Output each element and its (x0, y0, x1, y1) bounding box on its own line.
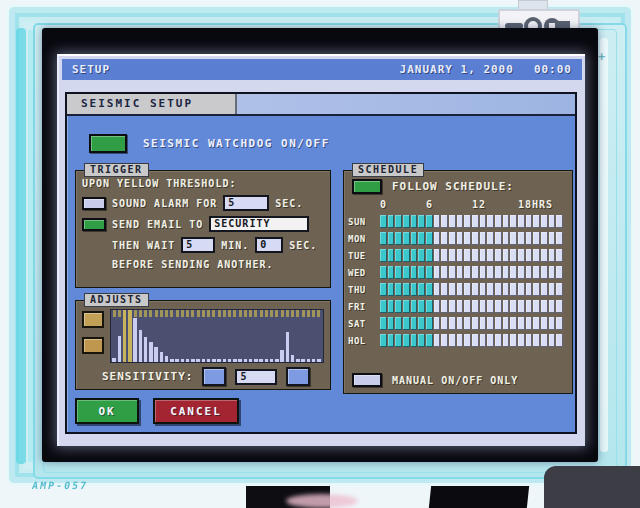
schedule-cell[interactable] (518, 300, 525, 313)
schedule-cell[interactable] (526, 317, 533, 330)
schedule-cell[interactable] (526, 249, 533, 262)
schedule-cell[interactable] (411, 300, 418, 313)
schedule-cell[interactable] (549, 283, 556, 296)
schedule-cell[interactable] (541, 215, 548, 228)
schedule-cell[interactable] (418, 215, 425, 228)
schedule-cell[interactable] (556, 215, 563, 228)
schedule-cell[interactable] (441, 232, 448, 245)
schedule-cell[interactable] (556, 232, 563, 245)
schedule-cell[interactable] (533, 317, 540, 330)
sensitivity-value-field[interactable]: 5 (235, 369, 277, 385)
schedule-cell[interactable] (487, 317, 494, 330)
schedule-cell[interactable] (434, 215, 441, 228)
schedule-cell[interactable] (380, 317, 387, 330)
schedule-cell[interactable] (411, 317, 418, 330)
schedule-cell[interactable] (518, 215, 525, 228)
sensitivity-decrease-button[interactable] (202, 367, 226, 386)
schedule-cell[interactable] (464, 300, 471, 313)
schedule-cell[interactable] (518, 232, 525, 245)
schedule-cell[interactable] (472, 283, 479, 296)
schedule-cell[interactable] (510, 317, 517, 330)
watchdog-checkbox[interactable] (89, 134, 127, 153)
schedule-cell[interactable] (495, 215, 502, 228)
schedule-cell[interactable] (434, 317, 441, 330)
schedule-cell[interactable] (426, 232, 433, 245)
schedule-cell[interactable] (449, 300, 456, 313)
schedule-cell[interactable] (441, 249, 448, 262)
schedule-cell[interactable] (549, 232, 556, 245)
schedule-cell[interactable] (495, 334, 502, 347)
schedule-cell[interactable] (388, 232, 395, 245)
schedule-cell[interactable] (480, 232, 487, 245)
schedule-cell[interactable] (411, 283, 418, 296)
tab-seismic-setup[interactable]: SEISMIC SETUP (67, 94, 237, 114)
schedule-cell[interactable] (472, 215, 479, 228)
schedule-cell[interactable] (418, 300, 425, 313)
schedule-cell[interactable] (510, 334, 517, 347)
schedule-cell[interactable] (526, 232, 533, 245)
schedule-cell[interactable] (441, 266, 448, 279)
schedule-cell[interactable] (457, 334, 464, 347)
schedule-cell[interactable] (533, 283, 540, 296)
schedule-cell[interactable] (434, 232, 441, 245)
schedule-cell[interactable] (518, 334, 525, 347)
schedule-cell[interactable] (388, 266, 395, 279)
schedule-cell[interactable] (434, 266, 441, 279)
schedule-cell[interactable] (449, 317, 456, 330)
schedule-cell[interactable] (449, 232, 456, 245)
schedule-cell[interactable] (464, 266, 471, 279)
schedule-cell[interactable] (380, 232, 387, 245)
schedule-cell[interactable] (403, 283, 410, 296)
schedule-cell[interactable] (495, 317, 502, 330)
schedule-cell[interactable] (533, 300, 540, 313)
schedule-cell[interactable] (472, 249, 479, 262)
schedule-cell[interactable] (388, 317, 395, 330)
schedule-cell[interactable] (457, 266, 464, 279)
schedule-cell[interactable] (541, 249, 548, 262)
schedule-cell[interactable] (411, 215, 418, 228)
schedule-cell[interactable] (549, 317, 556, 330)
schedule-cell[interactable] (549, 215, 556, 228)
schedule-cell[interactable] (395, 317, 402, 330)
alarm-seconds-field[interactable]: 5 (223, 195, 269, 211)
schedule-cell[interactable] (457, 283, 464, 296)
schedule-cell[interactable] (380, 300, 387, 313)
schedule-cell[interactable] (533, 215, 540, 228)
schedule-cell[interactable] (441, 215, 448, 228)
schedule-cell[interactable] (541, 300, 548, 313)
schedule-cell[interactable] (388, 215, 395, 228)
schedule-cell[interactable] (449, 334, 456, 347)
sound-alarm-checkbox[interactable] (82, 197, 106, 210)
manual-only-checkbox[interactable] (352, 373, 382, 387)
schedule-cell[interactable] (411, 334, 418, 347)
schedule-cell[interactable] (418, 249, 425, 262)
schedule-cell[interactable] (472, 232, 479, 245)
schedule-cell[interactable] (526, 283, 533, 296)
schedule-cell[interactable] (541, 334, 548, 347)
schedule-cell[interactable] (472, 317, 479, 330)
schedule-cell[interactable] (503, 283, 510, 296)
schedule-cell[interactable] (518, 317, 525, 330)
schedule-cell[interactable] (457, 232, 464, 245)
schedule-cell[interactable] (395, 334, 402, 347)
schedule-cell[interactable] (449, 283, 456, 296)
schedule-cell[interactable] (411, 249, 418, 262)
schedule-cell[interactable] (464, 232, 471, 245)
schedule-cell[interactable] (418, 334, 425, 347)
schedule-cell[interactable] (510, 249, 517, 262)
schedule-cell[interactable] (434, 300, 441, 313)
schedule-cell[interactable] (403, 334, 410, 347)
schedule-cell[interactable] (556, 300, 563, 313)
schedule-cell[interactable] (380, 249, 387, 262)
schedule-cell[interactable] (411, 266, 418, 279)
schedule-cell[interactable] (449, 249, 456, 262)
schedule-cell[interactable] (510, 300, 517, 313)
schedule-cell[interactable] (472, 266, 479, 279)
schedule-cell[interactable] (457, 215, 464, 228)
email-recipient-field[interactable]: SECURITY (209, 216, 309, 232)
schedule-cell[interactable] (480, 215, 487, 228)
schedule-cell[interactable] (541, 283, 548, 296)
schedule-cell[interactable] (457, 317, 464, 330)
schedule-cell[interactable] (418, 266, 425, 279)
sensitivity-increase-button[interactable] (286, 367, 310, 386)
